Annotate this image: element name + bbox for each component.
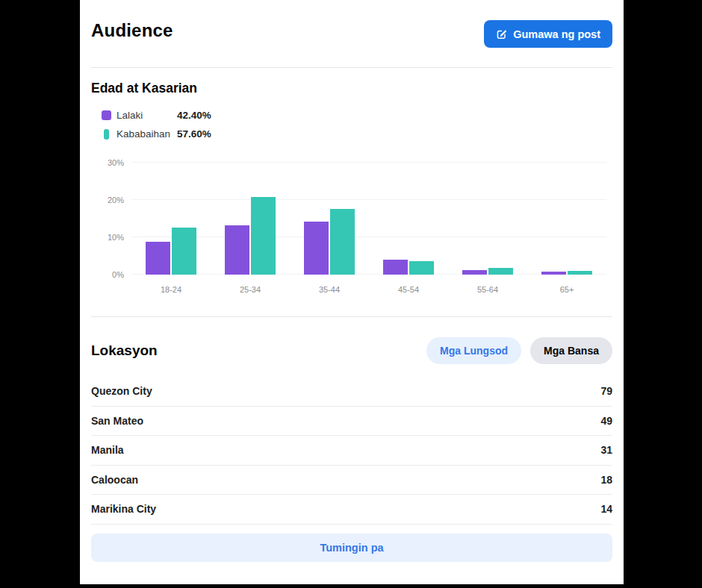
location-tabs: Mga LungsodMga Bansa <box>426 337 612 364</box>
location-name: San Mateo <box>91 415 143 427</box>
location-tab-mga-lungsod[interactable]: Mga Lungsod <box>426 337 521 364</box>
location-name: Quezon City <box>91 385 152 397</box>
location-row[interactable]: Marikina City14 <box>91 495 612 525</box>
location-value: 31 <box>600 444 612 456</box>
page-title: Audience <box>91 20 173 41</box>
x-tick-label: 35-44 <box>290 285 369 294</box>
bar-lalaki-45-54[interactable] <box>383 260 408 275</box>
location-row[interactable]: Caloocan18 <box>91 466 612 495</box>
legend-label: Kababaihan <box>117 128 177 140</box>
location-row[interactable]: San Mateo49 <box>91 407 612 437</box>
x-tick-label: 65+ <box>527 285 606 294</box>
x-tick-label: 25-34 <box>211 285 290 294</box>
create-post-button[interactable]: Gumawa ng post <box>484 20 612 48</box>
legend-swatch <box>102 110 111 120</box>
bar-group-35-44 <box>290 209 369 275</box>
bar-kababaihan-25-34[interactable] <box>251 197 276 275</box>
x-tick-label: 55-64 <box>448 285 527 294</box>
location-name: Caloocan <box>91 474 138 486</box>
audience-panel: Audience Gumawa ng post Edad at Kasarian… <box>80 0 624 584</box>
compose-icon <box>496 28 507 40</box>
bar-group-65+ <box>527 271 606 275</box>
bar-group-55-64 <box>448 268 527 275</box>
legend-item: Kababaihan57.60% <box>102 125 612 143</box>
section-divider <box>91 316 612 317</box>
location-row[interactable]: Manila31 <box>91 436 612 466</box>
location-row[interactable]: Quezon City79 <box>91 377 612 407</box>
bar-lalaki-25-34[interactable] <box>225 225 249 275</box>
bar-group-25-34 <box>211 197 290 275</box>
bar-kababaihan-65+[interactable] <box>568 271 592 275</box>
bar-kababaihan-35-44[interactable] <box>330 209 355 275</box>
legend-swatch <box>104 129 109 140</box>
bar-lalaki-55-64[interactable] <box>462 270 487 275</box>
panel-header: Audience Gumawa ng post <box>91 0 612 48</box>
plot-area <box>131 163 606 275</box>
bar-groups <box>131 163 606 275</box>
bar-kababaihan-18-24[interactable] <box>172 228 196 275</box>
header-divider <box>91 67 612 68</box>
see-more-button[interactable]: Tumingin pa <box>91 534 612 562</box>
legend-item: Lalaki42.40% <box>102 106 612 125</box>
location-tab-mga-bansa[interactable]: Mga Bansa <box>530 337 612 364</box>
location-table: Quezon City79San Mateo49Manila31Caloocan… <box>91 377 612 525</box>
create-post-label: Gumawa ng post <box>513 28 600 40</box>
location-value: 79 <box>600 385 612 397</box>
bar-group-45-54 <box>369 260 448 275</box>
bar-lalaki-65+[interactable] <box>541 272 566 275</box>
bar-kababaihan-55-64[interactable] <box>488 268 513 275</box>
location-value: 14 <box>600 503 612 515</box>
bar-group-18-24 <box>131 228 211 275</box>
y-tick-label: 20% <box>91 196 124 204</box>
location-header: Lokasyon Mga LungsodMga Bansa <box>91 337 612 364</box>
bar-kababaihan-45-54[interactable] <box>409 261 434 275</box>
y-tick-label: 0% <box>91 270 124 279</box>
location-value: 18 <box>600 474 612 486</box>
chart-legend: Lalaki42.40%Kababaihan57.60% <box>102 106 612 143</box>
age-gender-chart: 18-2425-3435-4445-5455-6465+ 0%10%20%30% <box>91 154 612 297</box>
location-value: 49 <box>600 415 612 427</box>
age-gender-title: Edad at Kasarian <box>91 81 612 96</box>
bar-lalaki-35-44[interactable] <box>304 222 329 275</box>
bar-lalaki-18-24[interactable] <box>146 242 170 275</box>
y-tick-label: 30% <box>91 158 124 167</box>
x-tick-label: 18-24 <box>131 285 211 294</box>
x-tick-label: 45-54 <box>369 285 448 294</box>
legend-label: Lalaki <box>117 110 177 121</box>
x-axis: 18-2425-3435-4445-5455-6465+ <box>131 285 606 294</box>
location-name: Marikina City <box>91 503 156 515</box>
location-name: Manila <box>91 444 124 456</box>
legend-value: 42.40% <box>177 110 211 121</box>
legend-value: 57.60% <box>177 128 211 140</box>
y-tick-label: 10% <box>91 233 124 242</box>
location-title: Lokasyon <box>91 343 158 359</box>
